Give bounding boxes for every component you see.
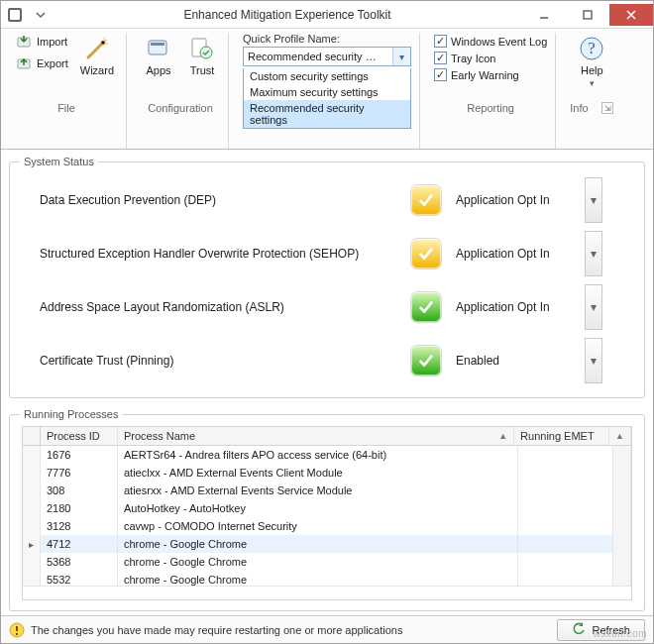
quickprofile-combo[interactable]: Recommended security … ▾ xyxy=(243,47,411,66)
earlywarning-checkbox-row: ✓ Early Warning xyxy=(434,68,547,81)
system-status-panel: System Status Data Execution Prevention … xyxy=(9,156,645,398)
quickprofile-option-custom[interactable]: Custom security settings xyxy=(244,68,410,84)
maximize-button[interactable] xyxy=(566,4,609,26)
close-button[interactable] xyxy=(609,4,653,26)
cell-scroll-gutter xyxy=(613,535,631,553)
group-launcher-info[interactable]: ⇲ xyxy=(601,102,613,114)
row-selector[interactable] xyxy=(23,553,41,571)
import-button[interactable]: Import xyxy=(15,33,68,51)
trayicon-label: Tray Icon xyxy=(451,53,495,64)
import-label: Import xyxy=(37,36,67,48)
quickprofile-option-maximum[interactable]: Maximum security settings xyxy=(244,84,410,100)
table-row[interactable]: 7776atieclxx - AMD External Events Clien… xyxy=(23,464,631,482)
status-dropdown[interactable]: ▾ xyxy=(585,284,602,330)
col-process-name[interactable]: Process Name ▲ xyxy=(118,427,514,445)
group-label-info: Info xyxy=(570,102,588,114)
refresh-button[interactable]: Refresh xyxy=(557,619,645,641)
status-icon xyxy=(396,239,456,268)
status-icon xyxy=(396,346,456,376)
status-name: Structured Exception Handler Overwrite P… xyxy=(20,247,396,261)
status-dropdown[interactable]: ▾ xyxy=(585,338,602,383)
cell-process-id: 2180 xyxy=(41,499,118,517)
help-button[interactable]: ? Help ▾ xyxy=(574,33,609,90)
cell-scroll-gutter xyxy=(613,553,631,571)
status-value: Application Opt In xyxy=(456,193,585,207)
ribbon-group-file: Import Export Wizard File xyxy=(7,33,127,149)
row-selector[interactable] xyxy=(23,464,41,482)
status-name: Certificate Trust (Pinning) xyxy=(20,354,396,368)
titlebar: Enhanced Mitigation Experience Toolkit xyxy=(1,1,653,29)
cell-running-emet xyxy=(518,446,613,464)
earlywarning-checkbox[interactable]: ✓ xyxy=(434,68,447,81)
wizard-button[interactable]: Wizard xyxy=(76,33,118,78)
cell-process-name: AutoHotkey - AutoHotkey xyxy=(118,499,518,517)
trayicon-checkbox[interactable]: ✓ xyxy=(434,52,447,64)
minimize-button[interactable] xyxy=(522,4,566,26)
trust-icon xyxy=(188,35,216,62)
table-row[interactable]: 3128cavwp - COMODO Internet Security xyxy=(23,517,631,535)
gutter-header xyxy=(23,427,41,445)
cell-process-name: atieclxx - AMD External Events Client Mo… xyxy=(118,464,518,482)
cell-process-name: chrome - Google Chrome xyxy=(118,553,518,571)
system-status-legend: System Status xyxy=(20,156,98,167)
group-label-file: File xyxy=(15,100,118,118)
row-selector[interactable] xyxy=(23,482,41,499)
table-row[interactable]: 2180AutoHotkey - AutoHotkey xyxy=(23,499,631,517)
scroll-up-button[interactable]: ▲ xyxy=(609,427,631,445)
cell-process-id: 3128 xyxy=(41,517,118,535)
row-selector[interactable]: ▸ xyxy=(23,535,41,553)
status-row: Data Execution Prevention (DEP)Applicati… xyxy=(20,173,634,227)
cell-process-name: chrome - Google Chrome xyxy=(118,535,518,553)
group-label-config: Configuration xyxy=(141,100,220,118)
eventlog-checkbox[interactable]: ✓ xyxy=(434,35,447,48)
process-table: Process ID Process Name ▲ Running EMET ▲… xyxy=(22,426,632,600)
status-value: Application Opt In xyxy=(456,300,585,314)
export-button[interactable]: Export xyxy=(15,54,68,72)
status-message: The changes you have made may require re… xyxy=(31,624,551,636)
svg-rect-1 xyxy=(10,10,20,20)
main-window: Enhanced Mitigation Experience Toolkit I… xyxy=(0,0,654,644)
status-row: Certificate Trust (Pinning)Enabled▾ xyxy=(20,334,634,387)
row-selector[interactable] xyxy=(23,446,41,464)
table-row[interactable]: 5532chrome - Google Chrome xyxy=(23,571,631,586)
svg-rect-8 xyxy=(151,43,164,46)
status-icon xyxy=(396,292,456,322)
ribbon: Import Export Wizard File xyxy=(1,29,653,150)
cell-process-name: atiesrxx - AMD External Events Service M… xyxy=(118,482,518,499)
row-selector[interactable] xyxy=(23,517,41,535)
svg-text:?: ? xyxy=(589,40,596,56)
row-selector[interactable] xyxy=(23,499,41,517)
window-title: Enhanced Mitigation Experience Toolkit xyxy=(53,8,522,22)
chevron-down-icon: ▾ xyxy=(392,48,410,65)
process-table-body: 1676AERTSr64 - Andrea filters APO access… xyxy=(23,446,631,586)
table-row[interactable]: 308atiesrxx - AMD External Events Servic… xyxy=(23,482,631,499)
help-icon: ? xyxy=(578,35,605,62)
quickprofile-heading: Quick Profile Name: xyxy=(243,33,411,45)
table-row[interactable]: ▸4712chrome - Google Chrome xyxy=(23,535,631,553)
quickprofile-option-recommended[interactable]: Recommended security settings xyxy=(244,100,410,128)
status-row: Address Space Layout Randomization (ASLR… xyxy=(20,280,634,334)
status-icon xyxy=(396,185,456,215)
status-dropdown[interactable]: ▾ xyxy=(585,177,602,223)
row-selector[interactable] xyxy=(23,571,41,586)
status-name: Address Space Layout Randomization (ASLR… xyxy=(20,300,396,314)
ribbon-expand-toggle[interactable] xyxy=(29,3,53,27)
status-value: Enabled xyxy=(456,354,585,368)
refresh-icon xyxy=(572,622,586,638)
col-process-id[interactable]: Process ID xyxy=(41,427,118,445)
cell-running-emet xyxy=(518,464,613,482)
trust-button[interactable]: Trust xyxy=(184,33,220,78)
apps-button[interactable]: Apps xyxy=(141,33,176,78)
cell-running-emet xyxy=(518,571,613,586)
help-menu-indicator: ▾ xyxy=(590,78,595,88)
svg-rect-14 xyxy=(16,626,18,631)
table-row[interactable]: 1676AERTSr64 - Andrea filters APO access… xyxy=(23,446,631,464)
cell-running-emet xyxy=(518,535,613,553)
table-row[interactable]: 5368chrome - Google Chrome xyxy=(23,553,631,571)
col-running-emet[interactable]: Running EMET xyxy=(514,427,609,445)
status-dropdown[interactable]: ▾ xyxy=(585,231,602,276)
wizard-label: Wizard xyxy=(80,64,114,76)
status-name: Data Execution Prevention (DEP) xyxy=(20,193,396,207)
cell-scroll-gutter xyxy=(613,446,631,464)
svg-rect-15 xyxy=(16,633,18,635)
